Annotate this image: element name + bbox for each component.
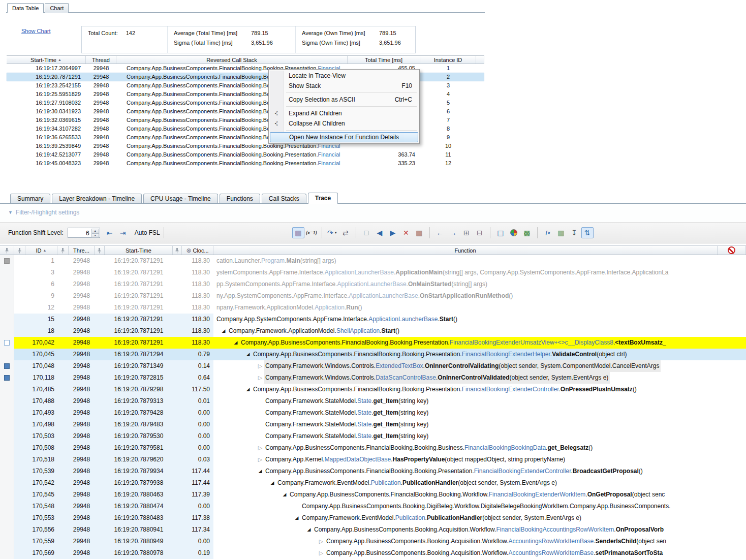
column-header-reversed-call-stack[interactable]: Reversed Call Stack [116, 56, 348, 64]
trace-row[interactable]: 170,5592994816:19:20.78809490.00▷Company… [0, 536, 746, 547]
trace-row[interactable]: 170,5392994816:19:20.7879934117.44◢Compa… [0, 465, 746, 477]
trace-row[interactable]: 92994816:19:20.7871291118.30ny.App.Syste… [0, 290, 746, 302]
trace-row[interactable]: 170,5182994816:19:20.78796200.03▷Company… [0, 454, 746, 465]
column-header-start-time[interactable]: Start-Time▲ [7, 56, 86, 64]
collapse-node-icon[interactable]: ◢ [256, 465, 264, 477]
collapse-node-icon[interactable]: ◢ [220, 325, 228, 337]
tab-trace[interactable]: Trace [308, 193, 338, 204]
collapse-node-icon[interactable]: ◢ [305, 524, 313, 536]
trace-row[interactable]: 62994816:19:20.7871291118.30pp.SystemCom… [0, 278, 746, 290]
trace-row[interactable]: 170,5562994816:19:20.7880941117.34◢Compa… [0, 524, 746, 536]
auto-fsl-button[interactable]: Auto FSL [135, 229, 160, 236]
tab-layer-breakdown-timeline[interactable]: Layer Breakdown - Timeline [52, 194, 142, 203]
collapse-node-icon[interactable]: ◢ [244, 349, 252, 360]
spin-down-button[interactable]: ▼ [91, 233, 99, 238]
expand-level-icon[interactable]: ⊞ [460, 227, 473, 238]
collapse-node-icon[interactable]: ◢ [232, 337, 240, 349]
tab-data-table[interactable]: Data Table [7, 3, 44, 13]
pin-column-header[interactable] [14, 246, 25, 255]
goto-trace-icon[interactable]: ↷▼ [326, 227, 338, 238]
tab-chart[interactable]: Chart [45, 3, 69, 13]
expand-node-icon[interactable]: ▷ [256, 442, 264, 454]
id-column-header[interactable]: ID ▲ [25, 246, 57, 255]
expand-node-icon[interactable]: ▷ [317, 547, 325, 559]
column-header-instance-id[interactable]: Instance ID [420, 56, 476, 64]
pin-column-header[interactable] [57, 246, 69, 255]
menu-item-open-new-instance-for-function-details[interactable]: Open New Instance For Function Details [270, 132, 418, 142]
trace-row[interactable]: 122994816:19:20.7871291118.30npany.Frame… [0, 302, 746, 314]
expand-node-icon[interactable]: ▷ [256, 360, 264, 372]
fx-icon[interactable]: ƒx [542, 227, 554, 238]
expand-node-icon[interactable]: ▷ [256, 372, 264, 384]
pin-column-header[interactable] [173, 246, 182, 255]
trace-row[interactable]: 170,4932994816:19:20.78794280.00Company.… [0, 407, 746, 419]
save-view-icon[interactable]: ↧ [568, 227, 580, 238]
trace-row[interactable]: 170,5082994816:19:20.78795810.00▷Company… [0, 442, 746, 454]
column-header-total-time-ms[interactable]: Total Time [ms] [348, 56, 420, 64]
trace-row[interactable]: 152994816:19:20.7871291118.30Company.App… [0, 314, 746, 325]
fsl-shift-left-icon[interactable]: ⇤ [104, 227, 116, 238]
collapse-level-icon[interactable]: ⊟ [474, 227, 486, 238]
menu-item-copy-selection-as-ascii[interactable]: Copy Selection as ASCIICtrl+C [270, 95, 418, 105]
expand-node-icon[interactable]: ▷ [256, 454, 264, 465]
menu-item-collapse-all-children[interactable]: ↔↔Collapse All Children [270, 118, 418, 129]
function-column-header[interactable]: Function [213, 246, 718, 255]
menu-item-locate-in-trace-view[interactable]: Locate in Trace-View [270, 71, 418, 81]
spin-up-button[interactable]: ▲ [91, 229, 99, 233]
filter-highlight-toggle[interactable]: ▼ Filter-/Highlight settings [8, 209, 79, 216]
trace-row[interactable]: 170,0482994816:19:20.78713490.14▷Company… [0, 360, 746, 372]
trace-row[interactable]: 170,0452994816:19:20.78712940.79◢Company… [0, 349, 746, 360]
trace-row[interactable]: 170,5692994816:19:20.78809780.19▷Company… [0, 547, 746, 559]
trace-row[interactable]: 170,1182994816:19:20.78728150.64▷Company… [0, 372, 746, 384]
thread-column-header[interactable]: Thre... [69, 246, 95, 255]
trace-row[interactable]: 32994816:19:20.7871291118.30ystemCompone… [0, 267, 746, 278]
trace-row[interactable]: 170,4852994816:19:20.7879298117.50◢Compa… [0, 384, 746, 395]
trace-row[interactable]: 170,4982994816:19:20.78794830.00Company.… [0, 419, 746, 430]
expand-node-icon[interactable]: ▷ [317, 536, 325, 547]
clock-column-header[interactable]: ⊗ Cloc... [182, 246, 213, 255]
tab-cpu-usage-timeline[interactable]: CPU Usage - Timeline [143, 194, 218, 203]
tab-functions[interactable]: Functions [220, 194, 260, 203]
cpu-chip-icon[interactable]: ▩ [521, 227, 533, 238]
trace-row[interactable]: 170,5032994816:19:20.78795300.00Company.… [0, 430, 746, 442]
trace-row[interactable]: 170,0422994816:19:20.7871291118.30◢Compa… [0, 337, 746, 349]
start-time-column-header[interactable]: Start-Time [105, 246, 173, 255]
prev-note-icon[interactable]: ◀ [374, 227, 386, 238]
collapse-node-icon[interactable]: ◢ [293, 512, 301, 524]
highlight-filter-icon[interactable]: ▥ [292, 227, 304, 238]
trace-row[interactable]: 170,4882994816:19:20.78793130.01Company.… [0, 395, 746, 407]
x1-badge-icon[interactable]: (x=1) [305, 227, 318, 238]
trace-row[interactable]: 182994816:19:20.7871291118.30◢Company.Fr… [0, 325, 746, 337]
fsl-shift-right-icon[interactable]: ⇥ [117, 227, 129, 238]
column-header-thread[interactable]: Thread [86, 56, 116, 64]
function-shift-level-stepper[interactable]: 6 ▲ ▼ [68, 228, 100, 238]
menu-item-expand-all-children[interactable]: ↔↔Expand All Children [270, 108, 418, 118]
collapse-node-icon[interactable]: ◢ [281, 489, 289, 501]
sync-selection-icon[interactable]: ⇄ [339, 227, 352, 238]
shift-function-left-icon[interactable]: ← [434, 227, 446, 238]
table-row[interactable]: 16:19:42.521307729948Company.App.Busines… [7, 150, 484, 159]
add-note-icon[interactable]: □ [360, 227, 372, 238]
gutter-column-header[interactable] [0, 246, 14, 255]
trace-row[interactable]: 170,5422994816:19:20.7879938117.44◢Compa… [0, 477, 746, 489]
show-chart-link[interactable]: Show Chart [21, 28, 50, 34]
trace-row[interactable]: 170,5482994816:19:20.78804740.00Company.… [0, 501, 746, 512]
menu-item-show-stack[interactable]: Show StackF10 [270, 81, 418, 91]
shift-function-right-icon[interactable]: → [447, 227, 459, 238]
collapse-node-icon[interactable]: ◢ [268, 477, 276, 489]
excel-export-icon[interactable]: ▦ [555, 227, 567, 238]
next-note-icon[interactable]: ▶ [387, 227, 399, 238]
edit-grid-icon[interactable]: ▦ [413, 227, 425, 238]
trace-row[interactable]: 12994816:19:20.7871291118.30cation.Launc… [0, 255, 746, 267]
trace-row[interactable]: 170,5452994816:19:20.7880463117.39◢Compa… [0, 489, 746, 501]
tab-call-stacks[interactable]: Call Stacks [262, 194, 306, 203]
tab-summary[interactable]: Summary [10, 194, 50, 203]
block-column-header[interactable] [718, 246, 746, 255]
pin-column-header[interactable] [95, 246, 105, 255]
trace-row[interactable]: 170,5532994816:19:20.7880483117.38◢Compa… [0, 512, 746, 524]
delete-note-icon[interactable]: ✕ [400, 227, 412, 238]
table-row[interactable]: 16:19:45.004832329948Company.App.Busines… [7, 159, 484, 168]
swap-columns-icon[interactable]: ⇅ [581, 227, 594, 238]
pie-chart-icon[interactable] [508, 227, 520, 238]
layers-icon[interactable]: ▤ [494, 227, 507, 238]
